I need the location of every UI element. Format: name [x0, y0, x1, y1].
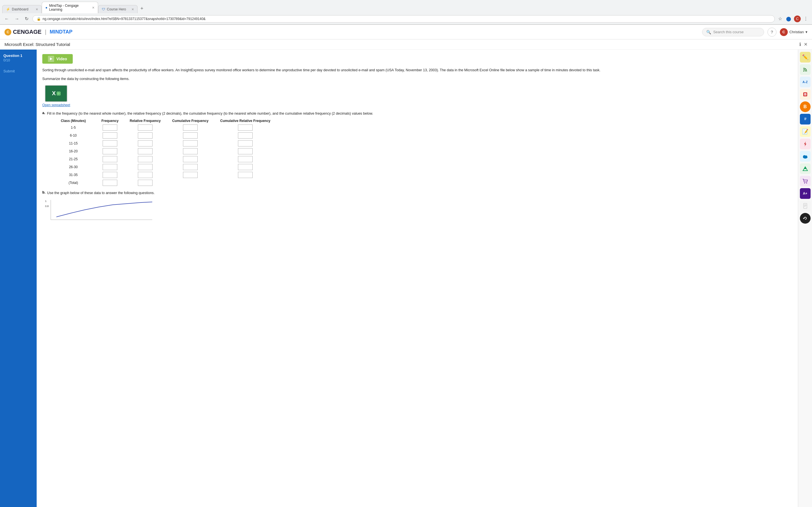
bookmark-button[interactable]: ☆	[777, 15, 783, 22]
book-icon[interactable]	[800, 114, 811, 124]
az-icon[interactable]: A-Z	[800, 76, 811, 87]
part-b-label: b.	[42, 190, 45, 194]
app-header: C CENGAGE | MINDTAP 🔍 Search this course…	[0, 25, 812, 40]
cum-freq-input-6-10[interactable]	[183, 132, 198, 138]
search-icon: 🔍	[706, 30, 711, 34]
row-label-11-15: 11-15	[51, 142, 96, 145]
info-button[interactable]: ℹ	[799, 42, 801, 47]
graph-area: 1 0.8	[42, 199, 792, 222]
extension-button[interactable]: ⬤	[785, 15, 792, 22]
rel-freq-input-total[interactable]	[138, 180, 153, 186]
back-nav-button[interactable]: ←	[3, 15, 11, 22]
cum-rel-freq-input-6-10[interactable]	[238, 132, 253, 138]
new-tab-button[interactable]: +	[138, 4, 146, 13]
logo-area: C CENGAGE | MINDTAP	[4, 29, 72, 36]
aplus-icon[interactable]: A+	[800, 188, 811, 199]
title-actions: ℹ ✕	[799, 42, 808, 47]
cum-freq-input-16-20[interactable]	[183, 148, 198, 154]
reload-button[interactable]: ↻	[23, 15, 30, 22]
office-icon[interactable]: O	[800, 89, 811, 100]
cum-freq-input-26-30[interactable]	[183, 164, 198, 170]
cum-freq-input-1-5[interactable]	[183, 124, 198, 131]
user-dropdown-icon: ▾	[806, 30, 808, 34]
tab-coursehero[interactable]: 🛡 Course Hero ×	[98, 5, 138, 13]
page-title: Microsoft Excel: Structured Tutorial	[4, 42, 799, 47]
dashboard-tab-icon: ⚡	[6, 7, 10, 11]
pencil-icon[interactable]: ✏️	[800, 52, 811, 62]
rel-freq-input-1-5[interactable]	[138, 124, 153, 131]
table-row: 11-15	[51, 140, 792, 147]
cum-rel-freq-input-11-15[interactable]	[238, 140, 253, 147]
header-class: Class (Minutes)	[51, 119, 96, 123]
freq-input-1-5[interactable]	[103, 124, 117, 131]
header-cum-freq: Cumulative Frequency	[166, 119, 214, 123]
user-profile-button[interactable]: C	[794, 15, 801, 22]
logo-divider: |	[45, 29, 46, 35]
rel-freq-input-6-10[interactable]	[138, 132, 153, 138]
spreadsheet-icon: X ⊞	[45, 85, 67, 102]
freq-input-31-35[interactable]	[103, 172, 117, 178]
cum-rel-freq-input-21-25[interactable]	[238, 156, 253, 162]
address-bar: ← → ↻ 🔒 ng.cengage.com/static/nb/ui/evo/…	[0, 13, 812, 24]
help-button[interactable]: ?	[767, 27, 776, 37]
drive-icon[interactable]	[800, 163, 811, 174]
tab-dashboard[interactable]: ⚡ Dashboard ×	[2, 5, 42, 13]
svg-point-16	[805, 156, 807, 158]
video-banner[interactable]: Video	[42, 54, 73, 64]
question-label: Question 1	[3, 54, 33, 58]
header-rel-freq: Relative Frequency	[124, 119, 166, 123]
rel-freq-input-11-15[interactable]	[138, 140, 153, 147]
rel-freq-input-31-35[interactable]	[138, 172, 153, 178]
mindtap-tab-close[interactable]: ×	[92, 5, 94, 10]
rss-icon[interactable]	[800, 64, 811, 75]
search-area[interactable]: 🔍 Search this course	[702, 28, 764, 36]
table-row-total: (Total)	[51, 180, 792, 186]
lightning-icon[interactable]	[800, 138, 811, 149]
coursehero-tab-close[interactable]: ×	[132, 7, 134, 11]
part-b-text: Use the graph below of these data to ans…	[47, 190, 155, 196]
freq-input-6-10[interactable]	[103, 132, 117, 138]
freq-input-16-20[interactable]	[103, 148, 117, 154]
table-row: 26-30	[51, 164, 792, 170]
rel-freq-input-26-30[interactable]	[138, 164, 153, 170]
freq-input-21-25[interactable]	[103, 156, 117, 162]
frequency-table: Class (Minutes) Frequency Relative Frequ…	[51, 119, 792, 186]
freq-input-26-30[interactable]	[103, 164, 117, 170]
part-a-label: a.	[42, 111, 45, 115]
cum-freq-input-21-25[interactable]	[183, 156, 198, 162]
rel-freq-input-21-25[interactable]	[138, 156, 153, 162]
video-label: Video	[56, 57, 67, 61]
video-icon	[48, 56, 54, 62]
paper-icon[interactable]	[800, 201, 811, 211]
spreadsheet-link[interactable]: X ⊞ Open spreadsheet	[42, 85, 70, 107]
lock-icon: 🔒	[37, 17, 41, 21]
url-bar[interactable]: 🔒 ng.cengage.com/static/nb/ui/evo/index.…	[33, 15, 775, 22]
cum-rel-freq-input-1-5[interactable]	[238, 124, 253, 131]
notes-icon[interactable]: 📝	[800, 126, 811, 137]
menu-button[interactable]: ⋮	[802, 15, 809, 22]
circle-arrow-icon[interactable]	[800, 213, 811, 224]
close-button[interactable]: ✕	[804, 42, 808, 47]
dashboard-tab-close[interactable]: ×	[36, 7, 38, 11]
cart-icon[interactable]	[800, 176, 811, 186]
row-label-31-35: 31-35	[51, 173, 96, 177]
tab-mindtap[interactable]: ● MindTap - Cengage Learning ×	[42, 2, 98, 13]
cum-rel-freq-input-16-20[interactable]	[238, 148, 253, 154]
cum-rel-freq-input-26-30[interactable]	[238, 164, 253, 170]
svg-point-19	[804, 183, 805, 184]
freq-input-11-15[interactable]	[103, 140, 117, 147]
row-label-21-25: 21-25	[51, 157, 96, 161]
orange-b-icon[interactable]: B	[800, 101, 811, 112]
submit-button[interactable]: Submit	[3, 69, 33, 73]
forward-nav-button[interactable]: →	[13, 15, 21, 22]
dashboard-tab-label: Dashboard	[12, 7, 29, 11]
cum-rel-freq-input-31-35[interactable]	[238, 172, 253, 178]
browser-actions: ☆ ⬤ C ⋮	[777, 15, 809, 22]
cloud-icon[interactable]	[800, 151, 811, 162]
freq-input-total[interactable]	[103, 180, 117, 186]
cum-freq-input-31-35[interactable]	[183, 172, 198, 178]
cum-freq-input-11-15[interactable]	[183, 140, 198, 147]
header-frequency: Frequency	[96, 119, 124, 123]
user-area[interactable]: C Christian ▾	[780, 28, 808, 36]
rel-freq-input-16-20[interactable]	[138, 148, 153, 154]
